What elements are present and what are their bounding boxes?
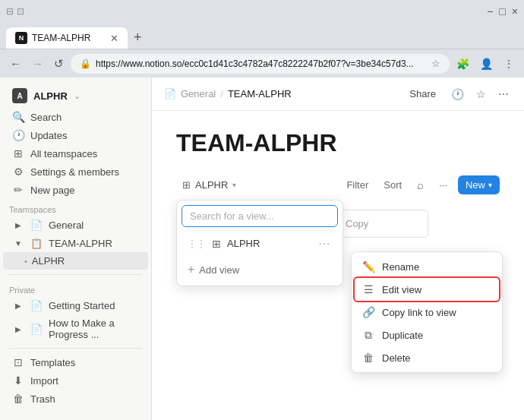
url-text: https://www.notion.so/ecc0c1d41c3c4782a4… — [96, 58, 427, 69]
search-icon: 🔍 — [12, 111, 24, 123]
view-icon: ⊞ — [182, 179, 191, 191]
bookmark-icon[interactable]: ☆ — [431, 58, 440, 69]
filter-button[interactable]: Filter — [342, 176, 373, 194]
sidebar-settings-label: Settings & members — [30, 166, 119, 178]
extensions-button[interactable]: 🧩 — [453, 55, 473, 72]
sidebar: A ALPHR ⌄ 🔍 Search 🕐 Updates ⊞ All teams… — [0, 77, 152, 420]
view-dropdown: ⋮⋮ ⊞ ALPHR ⋯ + Add view — [176, 200, 343, 286]
profile-button[interactable]: 👤 — [476, 55, 497, 72]
more-icon[interactable]: ⋯ — [495, 85, 512, 103]
ctx-copy-link-label: Copy link to view — [382, 307, 456, 318]
view-list-item-alphr[interactable]: ⋮⋮ ⊞ ALPHR ⋯ — [182, 230, 338, 257]
sidebar-item-import[interactable]: ⬇ Import — [3, 371, 148, 390]
delete-icon: 🗑 — [362, 352, 374, 364]
search-db-icon[interactable]: ⌕ — [412, 175, 428, 194]
sidebar-all-teamspaces-label: All teamspaces — [30, 148, 97, 159]
workspace-icon: A — [12, 88, 27, 103]
sidebar-item-getting-started[interactable]: ▶ 📄 Getting Started — [3, 296, 148, 314]
address-bar[interactable]: 🔒 https://www.notion.so/ecc0c1d41c3c4782… — [71, 54, 450, 74]
ctx-rename[interactable]: ✏️ Rename — [355, 255, 499, 278]
minimize-button[interactable]: − — [487, 5, 493, 17]
chevron-down-icon: ▼ — [12, 237, 24, 249]
restore-icon: ⊡ — [17, 6, 24, 17]
ctx-delete[interactable]: 🗑 Delete — [355, 346, 499, 369]
breadcrumb-parent: General — [181, 88, 216, 99]
breadcrumb-separator: / — [220, 88, 223, 99]
sidebar-divider-2 — [9, 348, 142, 349]
sidebar-item-all-teamspaces[interactable]: ⊞ All teamspaces — [3, 144, 148, 163]
topbar: 📄 General / TEAM-ALPHR Share 🕐 ☆ ⋯ — [152, 77, 524, 111]
drag-handle-icon[interactable]: ⋮⋮ — [188, 238, 206, 249]
add-view-label: Add view — [199, 264, 239, 276]
ctx-rename-label: Rename — [382, 261, 419, 273]
templates-icon: ⊡ — [12, 356, 24, 368]
sidebar-item-search[interactable]: 🔍 Search — [3, 108, 148, 126]
new-record-button[interactable]: New ▾ — [458, 175, 500, 194]
private-section-label: Private — [0, 279, 151, 296]
add-icon: + — [188, 263, 194, 276]
reload-button[interactable]: ↺ — [50, 55, 68, 73]
breadcrumb-icon: 📄 — [164, 88, 176, 99]
breadcrumb-current: TEAM-ALPHR — [228, 88, 292, 99]
teamspaces-section-label: Teamspaces — [0, 199, 151, 216]
sidebar-item-general[interactable]: ▶ 📄 General — [3, 216, 148, 234]
sidebar-item-trash[interactable]: 🗑 Trash — [3, 390, 148, 408]
clock-icon: 🕐 — [12, 129, 24, 141]
view-chevron-icon: ▾ — [232, 181, 236, 189]
sidebar-item-team-alphr[interactable]: ▼ 📋 TEAM-ALPHR — [3, 234, 148, 252]
sidebar-item-settings[interactable]: ⚙ Settings & members — [3, 163, 148, 181]
ctx-edit-view[interactable]: ☰ Edit view — [355, 278, 499, 301]
ctx-edit-view-label: Edit view — [382, 284, 421, 295]
ctx-delete-label: Delete — [382, 352, 411, 364]
main-content: 📄 General / TEAM-ALPHR Share 🕐 ☆ ⋯ TEAM-… — [152, 77, 524, 420]
close-button[interactable]: × — [512, 5, 518, 17]
page-title: TEAM-ALPHR — [176, 129, 500, 157]
back-button[interactable]: ← — [6, 55, 25, 72]
sidebar-item-alphr[interactable]: • ALPHR — [3, 252, 148, 270]
tab-close-icon[interactable]: ✕ — [110, 33, 118, 44]
lock-icon: 🔒 — [80, 58, 91, 69]
sidebar-alphr-label: ALPHR — [32, 255, 65, 267]
ctx-copy-link[interactable]: 🔗 Copy link to view — [355, 301, 499, 324]
ctx-duplicate-label: Duplicate — [382, 330, 423, 341]
settings-icon: ⚙ — [12, 166, 24, 178]
more-db-icon[interactable]: ··· — [434, 176, 452, 194]
board-card-copy[interactable]: Copy — [337, 210, 428, 238]
sort-button[interactable]: Sort — [379, 176, 406, 194]
sidebar-new-page-label: New page — [30, 185, 75, 196]
history-icon[interactable]: 🕐 — [448, 85, 467, 103]
sidebar-divider-1 — [9, 274, 142, 275]
sidebar-templates-label: Templates — [30, 357, 75, 368]
chevron-right-icon-3: ▶ — [12, 323, 24, 335]
card-copy-text: Copy — [346, 218, 368, 229]
forward-button[interactable]: → — [28, 55, 47, 72]
view-search-input[interactable] — [182, 205, 338, 227]
new-tab-button[interactable]: + — [128, 28, 148, 49]
sidebar-item-progress[interactable]: ▶ 📄 How to Make a Progress ... — [3, 314, 148, 343]
view-item-more-icon[interactable]: ⋯ — [317, 235, 332, 252]
ctx-duplicate[interactable]: ⧉ Duplicate — [355, 324, 499, 346]
more-options-button[interactable]: ⋮ — [500, 55, 518, 72]
sidebar-import-label: Import — [30, 375, 58, 387]
topbar-actions: Share 🕐 ☆ ⋯ — [403, 85, 512, 103]
maximize-button[interactable]: □ — [499, 5, 505, 17]
sidebar-getting-started-label: Getting Started — [49, 300, 115, 311]
minimize-icon: ⊟ — [6, 6, 14, 17]
sidebar-item-templates[interactable]: ⊡ Templates — [3, 353, 148, 371]
workspace-name: ALPHR — [33, 90, 68, 102]
share-button[interactable]: Share — [403, 85, 442, 103]
db-toolbar: ⊞ ALPHR ▾ Filter Sort ⌕ ··· New ▾ — [176, 175, 500, 194]
sidebar-item-updates[interactable]: 🕐 Updates — [3, 126, 148, 144]
edit-view-icon: ☰ — [362, 283, 374, 295]
view-list-icon: ⊞ — [212, 238, 221, 250]
add-view-button[interactable]: + Add view — [182, 258, 338, 281]
bookmark-icon-2[interactable]: ☆ — [473, 85, 489, 103]
doc-icon-3: 📄 — [30, 323, 43, 335]
tab-favicon: N — [15, 32, 27, 44]
browser-tab[interactable]: N TEAM-ALPHR ✕ — [6, 27, 128, 49]
view-name: ALPHR — [195, 179, 228, 191]
workspace-chevron-icon: ⌄ — [74, 91, 80, 101]
view-selector[interactable]: ⊞ ALPHR ▾ — [176, 176, 242, 194]
sidebar-item-new-page[interactable]: ✏ New page — [3, 181, 148, 199]
workspace-selector[interactable]: A ALPHR ⌄ — [3, 84, 148, 108]
